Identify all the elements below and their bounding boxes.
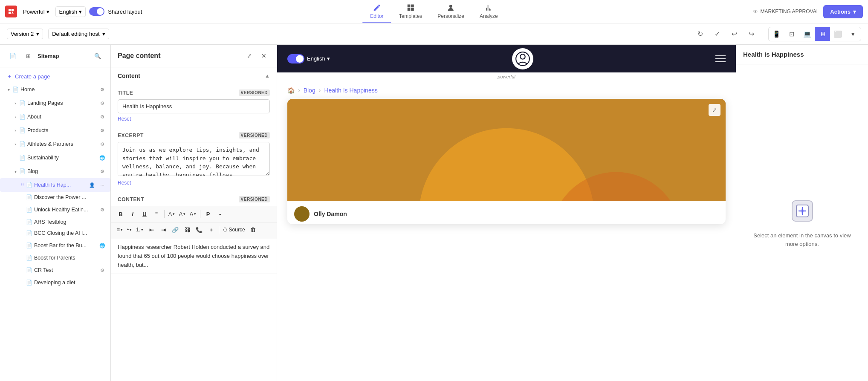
sidebar-item-boost-bar[interactable]: › 📄 Boost Bar for the Bu... 🌐 <box>0 239 110 252</box>
item-settings-icon[interactable]: ⚙ <box>98 139 107 149</box>
italic-button[interactable]: I <box>127 208 138 219</box>
breadcrumb-blog-link[interactable]: Blog <box>304 87 315 94</box>
chevron-right-icon: › <box>12 127 19 134</box>
quote-button[interactable]: " <box>151 208 162 219</box>
tab-personalize[interactable]: Personalize <box>430 1 472 23</box>
sidebar-item-bcg-closing[interactable]: › 📄 BCG Closing the AI l... <box>0 228 110 239</box>
undo-icon[interactable]: ↩ <box>727 27 741 41</box>
expand-icon[interactable]: ⤢ <box>243 50 255 62</box>
sidebar-item-ars-testblog[interactable]: › 📄 ARS Testblog <box>0 216 110 228</box>
tablet-device-btn[interactable]: ⊡ <box>784 27 799 41</box>
sidebar-item-boost-parents[interactable]: › 📄 Boost for Parents <box>0 252 110 263</box>
sidebar-item-cr-test[interactable]: › 📄 CR Test ⚙ <box>0 263 110 277</box>
item-settings-icon[interactable]: ⚙ <box>98 126 107 135</box>
sidebar-item-home[interactable]: ▾ 📄 Home ⚙ <box>0 83 110 96</box>
item-user-icon[interactable]: 👤 <box>87 180 97 190</box>
font-color-dropdown[interactable]: A ▾ <box>177 208 187 219</box>
sidebar-add-icon[interactable]: 🔍 <box>92 50 104 62</box>
close-icon[interactable]: ✕ <box>258 50 270 62</box>
actions-button[interactable]: Actions ▾ <box>823 5 863 18</box>
page-icon: 📄 <box>26 279 32 286</box>
sidebar-item-label: Home <box>20 87 98 92</box>
item-settings-icon[interactable]: ⚙ <box>98 167 107 176</box>
sidebar-item-about[interactable]: › 📄 About ⚙ <box>0 110 110 124</box>
shared-layout-toggle[interactable] <box>89 7 104 16</box>
paragraph-button[interactable]: P <box>203 208 214 219</box>
sidebar-pages-icon[interactable]: 📄 <box>7 50 19 62</box>
lang-toggle-switch[interactable] <box>287 54 304 64</box>
sidebar-grid-icon[interactable]: ⊞ <box>22 50 34 62</box>
content-versioned-badge: VERSIONED <box>239 196 270 202</box>
link-button[interactable]: 🔗 <box>170 224 181 235</box>
sidebar-item-landing-pages[interactable]: › 📄 Landing Pages ⚙ <box>0 96 110 110</box>
bold-button[interactable]: B <box>115 208 126 219</box>
host-selector[interactable]: Default editing host ▾ <box>48 29 109 39</box>
excerpt-versioned-badge: VERSIONED <box>239 132 270 139</box>
sidebar-item-developing-diet[interactable]: › 📄 Developing a diet <box>0 277 110 288</box>
create-page-button[interactable]: ＋ Create a page <box>0 70 110 83</box>
hamburger-line <box>715 55 726 56</box>
item-globe-icon[interactable]: 🌐 <box>98 153 107 162</box>
rich-text-content[interactable]: Happiness researcher Robert Holden condu… <box>111 239 277 274</box>
excerpt-textarea[interactable]: Join us as we explore tips, insights, an… <box>118 142 270 176</box>
phone-button[interactable]: 📞 <box>194 224 205 235</box>
title-input[interactable] <box>118 99 270 113</box>
tab-analyze[interactable]: Analyze <box>472 1 506 23</box>
sidebar-item-blog[interactable]: ▾ 📄 Blog ⚙ <box>0 165 110 178</box>
delete-button[interactable]: 🗑 <box>248 224 259 235</box>
refresh-icon[interactable]: ↻ <box>693 27 707 41</box>
indent-in-button[interactable]: ⇤ <box>146 224 157 235</box>
item-settings-icon[interactable]: ⚙ <box>98 112 107 121</box>
item-more-icon[interactable]: ··· <box>98 180 107 190</box>
site-selector[interactable]: Powerful ▾ <box>20 7 52 17</box>
title-reset-link[interactable]: Reset <box>118 116 131 122</box>
add-button[interactable]: + <box>205 224 217 235</box>
sidebar-item-unlock-healthy[interactable]: › 📄 Unlock Healthy Eatin... ⚙ <box>0 203 110 216</box>
item-settings-icon[interactable]: ⚙ <box>98 205 107 214</box>
check-icon[interactable]: ✓ <box>710 27 724 41</box>
item-settings-icon[interactable]: ⚙ <box>98 85 107 94</box>
item-settings-icon[interactable]: ⚙ <box>98 98 107 108</box>
tab-editor[interactable]: Editor <box>362 1 391 23</box>
breadcrumb-sep-2: › <box>319 87 321 94</box>
section-header[interactable]: Content ▲ <box>111 67 277 84</box>
monitor-device-btn[interactable]: ⬜ <box>830 27 845 41</box>
list-dropdown[interactable]: • ▾ <box>125 224 133 235</box>
canvas-expand-icon[interactable]: ⤢ <box>709 104 720 116</box>
app-logo[interactable] <box>5 6 17 17</box>
highlight-dropdown[interactable]: A ▾ <box>188 208 198 219</box>
page-icon: 📄 <box>26 182 32 188</box>
desktop-device-btn[interactable]: 🖥 <box>815 27 830 41</box>
align-dropdown[interactable]: ≡ ▾ <box>115 224 124 235</box>
toolbar-divider-2 <box>200 210 200 218</box>
sidebar-item-health-is-happiness[interactable]: ⠿ 📄 Health Is Hap... 👤 ··· <box>0 178 110 192</box>
language-selector[interactable]: English ▾ <box>55 6 86 17</box>
sidebar-item-sustainability[interactable]: › 📄 Sustainability 🌐 <box>0 151 110 165</box>
sidebar-item-label: Boost for Parents <box>34 255 107 261</box>
ordered-list-dropdown[interactable]: 1. ▾ <box>134 224 145 235</box>
version-chevron-icon: ▾ <box>36 31 39 37</box>
source-dropdown[interactable]: ⟨⟩ Source <box>221 224 246 235</box>
canvas-menu-icon[interactable] <box>715 55 726 62</box>
font-size-dropdown[interactable]: A ▾ <box>167 208 176 219</box>
laptop-device-btn[interactable]: 💻 <box>799 27 815 41</box>
canvas-frame[interactable]: English ▾ <box>277 45 736 381</box>
tab-templates[interactable]: Templates <box>391 1 430 23</box>
indent-out-button[interactable]: ⇥ <box>158 224 169 235</box>
sidebar-item-discover-power[interactable]: › 📄 Discover the Power ... <box>0 192 110 203</box>
unlink-button[interactable]: ⛓ <box>182 224 193 235</box>
redo-icon[interactable]: ↪ <box>744 27 758 41</box>
more-devices-btn[interactable]: ▾ <box>845 27 861 41</box>
sidebar-item-athletes-partners[interactable]: › 📄 Athletes & Partners ⚙ <box>0 137 110 151</box>
chevron-right-icon: › <box>12 141 19 147</box>
underline-button[interactable]: U <box>139 208 150 219</box>
version-selector[interactable]: Version 2 ▾ <box>7 29 43 39</box>
sidebar-item-products[interactable]: › 📄 Products ⚙ <box>0 124 110 137</box>
page-icon: 📄 <box>19 100 26 107</box>
item-settings-icon[interactable]: ⚙ <box>98 266 107 275</box>
excerpt-reset-link[interactable]: Reset <box>118 180 131 186</box>
minus-button[interactable]: - <box>214 208 226 219</box>
item-globe-icon[interactable]: 🌐 <box>98 241 107 250</box>
mobile-device-btn[interactable]: 📱 <box>769 27 784 41</box>
breadcrumb-home-icon[interactable]: 🏠 <box>287 87 295 94</box>
